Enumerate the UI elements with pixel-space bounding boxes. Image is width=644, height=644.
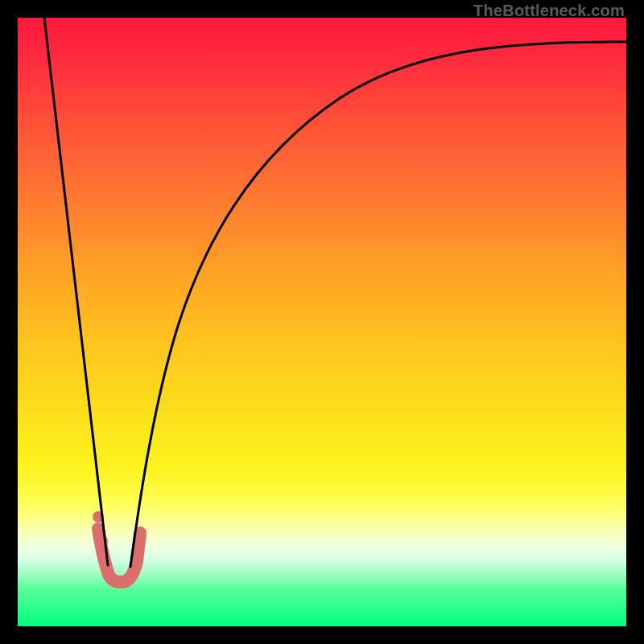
curve-right-branch xyxy=(130,42,626,567)
curve-overlay xyxy=(18,18,626,626)
outer-frame: TheBottleneck.com xyxy=(0,0,644,644)
curve-left-branch xyxy=(44,18,108,565)
watermark-text: TheBottleneck.com xyxy=(473,2,625,20)
